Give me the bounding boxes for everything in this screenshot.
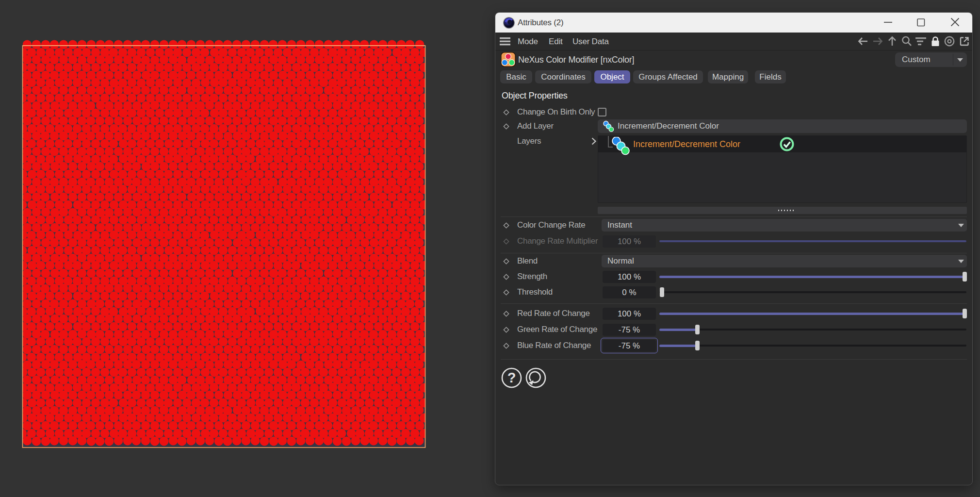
svg-text:?: ? (507, 370, 516, 385)
